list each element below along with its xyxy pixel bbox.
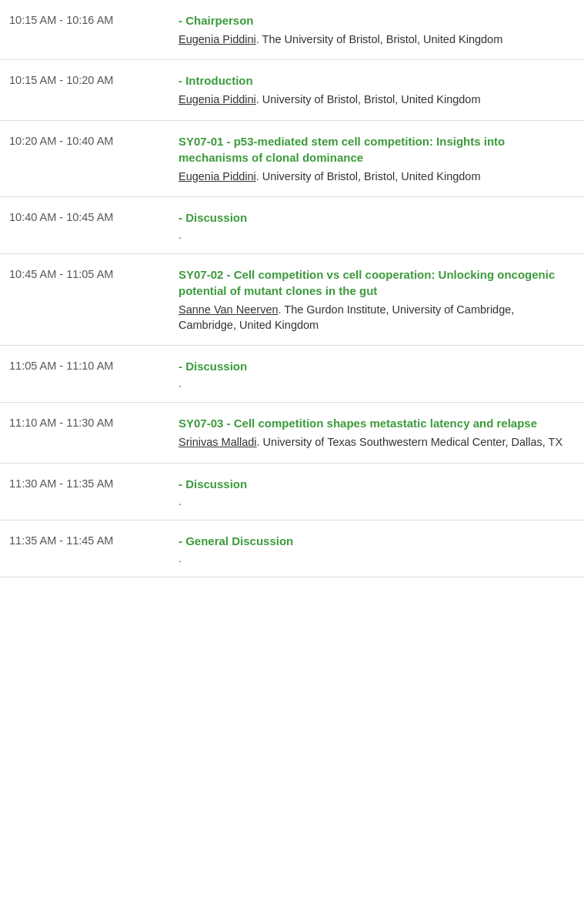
discussion-dot: . — [179, 552, 575, 564]
time-range: 11:35 AM - 11:45 AM — [9, 533, 179, 547]
schedule-container: 10:15 AM - 10:16 AM- ChairpersonEugenia … — [0, 0, 584, 578]
speaker-line: Srinivas Malladi. University of Texas So… — [179, 434, 575, 450]
schedule-row: 10:15 AM - 10:16 AM- ChairpersonEugenia … — [0, 0, 584, 60]
time-range: 10:45 AM - 11:05 AM — [9, 266, 179, 280]
schedule-row: 10:45 AM - 11:05 AMSY07-02 - Cell compet… — [0, 254, 584, 346]
speaker-line: Eugenia Piddini. The University of Brist… — [179, 32, 575, 47]
speaker-name[interactable]: Eugenia Piddini — [179, 170, 256, 182]
session-content: SY07-03 - Cell competition shapes metast… — [179, 415, 575, 450]
speaker-line: Eugenia Piddini. University of Bristol, … — [179, 169, 575, 184]
schedule-row: 11:10 AM - 11:30 AMSY07-03 - Cell compet… — [0, 403, 584, 463]
speaker-name[interactable]: Eugenia Piddini — [179, 33, 256, 45]
speaker-name[interactable]: Eugenia Piddini — [179, 93, 256, 105]
session-title[interactable]: SY07-03 - Cell competition shapes metast… — [179, 415, 575, 431]
session-title: - Introduction — [179, 72, 575, 89]
affiliation-text: . The University of Bristol, Bristol, Un… — [256, 33, 502, 45]
time-range: 10:20 AM - 10:40 AM — [9, 133, 179, 147]
speaker-line: Sanne Van Neerven. The Gurdon Institute,… — [179, 302, 575, 333]
schedule-row: 10:20 AM - 10:40 AMSY07-01 - p53-mediate… — [0, 121, 584, 197]
session-title: - Discussion — [179, 476, 575, 492]
affiliation-text: . University of Texas Southwestern Medic… — [257, 436, 563, 448]
session-content: - General Discussion. — [179, 533, 575, 564]
session-title: - General Discussion — [179, 533, 575, 549]
affiliation-text: . University of Bristol, Bristol, United… — [256, 170, 481, 182]
time-range: 11:10 AM - 11:30 AM — [9, 415, 179, 429]
schedule-row: 11:35 AM - 11:45 AM- General Discussion. — [0, 521, 584, 578]
discussion-dot: . — [179, 495, 575, 507]
time-range: 11:30 AM - 11:35 AM — [9, 476, 179, 490]
session-content: - Discussion. — [179, 476, 575, 507]
session-title: - Discussion — [179, 209, 575, 226]
schedule-row: 10:40 AM - 10:45 AM- Discussion. — [0, 197, 584, 254]
discussion-dot: . — [179, 229, 575, 241]
schedule-row: 11:05 AM - 11:10 AM- Discussion. — [0, 346, 584, 403]
session-title[interactable]: SY07-01 - p53-mediated stem cell competi… — [179, 133, 575, 166]
session-title[interactable]: SY07-02 - Cell competition vs cell coope… — [179, 266, 575, 299]
session-title: - Chairperson — [179, 12, 575, 28]
session-content: SY07-01 - p53-mediated stem cell competi… — [179, 133, 575, 184]
affiliation-text: . University of Bristol, Bristol, United… — [256, 93, 481, 105]
session-content: - Discussion. — [179, 358, 575, 390]
session-content: - IntroductionEugenia Piddini. Universit… — [179, 72, 575, 107]
speaker-name[interactable]: Srinivas Malladi — [179, 436, 257, 448]
discussion-dot: . — [179, 377, 575, 390]
time-range: 11:05 AM - 11:10 AM — [9, 358, 179, 372]
schedule-row: 10:15 AM - 10:20 AM- IntroductionEugenia… — [0, 60, 584, 120]
session-content: SY07-02 - Cell competition vs cell coope… — [179, 266, 575, 333]
session-content: - ChairpersonEugenia Piddini. The Univer… — [179, 12, 575, 47]
session-title: - Discussion — [179, 358, 575, 374]
speaker-line: Eugenia Piddini. University of Bristol, … — [179, 92, 575, 107]
time-range: 10:15 AM - 10:20 AM — [9, 72, 179, 86]
speaker-name[interactable]: Sanne Van Neerven — [179, 303, 279, 316]
schedule-row: 11:30 AM - 11:35 AM- Discussion. — [0, 464, 584, 521]
time-range: 10:15 AM - 10:16 AM — [9, 12, 179, 26]
time-range: 10:40 AM - 10:45 AM — [9, 209, 179, 223]
session-content: - Discussion. — [179, 209, 575, 241]
